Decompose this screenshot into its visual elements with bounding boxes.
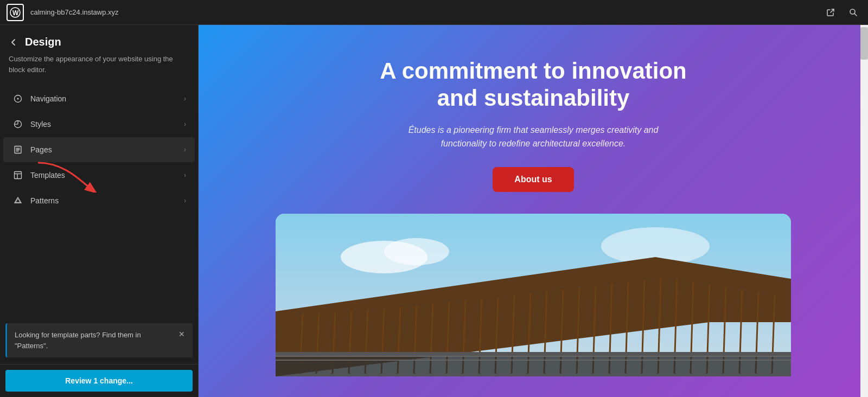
notice-box: Looking for template parts? Find them in… xyxy=(5,323,193,357)
main-layout: Design Customize the appearance of your … xyxy=(0,25,868,397)
sidebar: Design Customize the appearance of your … xyxy=(0,25,199,397)
sidebar-bottom: Review 1 change... xyxy=(0,364,198,397)
notice-close-button[interactable]: ✕ xyxy=(178,330,185,338)
svg-rect-10 xyxy=(15,172,22,179)
styles-label: Styles xyxy=(30,120,184,129)
back-button[interactable] xyxy=(9,37,18,47)
preview-area: A commitment to innovation and sustainab… xyxy=(199,25,868,397)
svg-marker-13 xyxy=(15,197,21,203)
preview-scrollbar[interactable] xyxy=(860,25,868,397)
svg-rect-51 xyxy=(276,355,791,376)
scrollbar-thumb[interactable] xyxy=(860,27,868,60)
search-icon[interactable] xyxy=(845,4,861,21)
pages-chevron: › xyxy=(184,146,186,153)
notice-text: Looking for template parts? Find them in… xyxy=(15,330,173,351)
navigation-icon xyxy=(12,93,24,105)
topbar: W calming-bb7c24.instawp.xyz xyxy=(0,0,868,25)
hero-title: A commitment to innovation and sustainab… xyxy=(371,57,696,112)
sidebar-item-templates[interactable]: Templates › xyxy=(3,163,195,188)
hero-subtitle: Études is a pioneering firm that seamles… xyxy=(398,123,669,151)
sidebar-menu: Navigation › Styles › xyxy=(0,86,198,317)
sidebar-title: Design xyxy=(25,36,61,48)
patterns-chevron: › xyxy=(184,197,186,204)
patterns-label: Patterns xyxy=(30,196,184,205)
templates-label: Templates xyxy=(30,171,184,180)
site-url: calming-bb7c24.instawp.xyz xyxy=(30,8,816,16)
navigation-label: Navigation xyxy=(30,94,184,103)
building-image xyxy=(276,214,791,376)
templates-icon xyxy=(12,169,24,181)
preview-content: A commitment to innovation and sustainab… xyxy=(199,25,868,397)
sidebar-item-patterns[interactable]: Patterns › xyxy=(3,188,195,213)
svg-text:W: W xyxy=(12,9,19,17)
styles-icon xyxy=(12,118,24,130)
sidebar-item-navigation[interactable]: Navigation › xyxy=(3,86,195,111)
pages-label: Pages xyxy=(30,145,184,154)
review-changes-button[interactable]: Review 1 change... xyxy=(5,370,193,392)
patterns-icon xyxy=(12,195,24,207)
svg-rect-52 xyxy=(276,352,791,356)
pages-icon xyxy=(12,144,24,156)
about-us-button[interactable]: About us xyxy=(493,167,573,192)
sidebar-item-pages[interactable]: Pages › xyxy=(3,137,195,162)
navigation-chevron: › xyxy=(184,95,186,103)
sidebar-header: Design xyxy=(0,25,198,54)
sidebar-item-styles[interactable]: Styles › xyxy=(3,112,195,137)
sidebar-description: Customize the appearance of your website… xyxy=(0,54,198,86)
svg-point-18 xyxy=(384,238,449,265)
hero-section: A commitment to innovation and sustainab… xyxy=(327,25,739,214)
templates-chevron: › xyxy=(184,171,186,179)
svg-point-4 xyxy=(17,98,19,100)
external-link-icon[interactable] xyxy=(822,4,839,21)
wp-logo-button[interactable]: W xyxy=(7,4,24,21)
styles-chevron: › xyxy=(184,120,186,128)
